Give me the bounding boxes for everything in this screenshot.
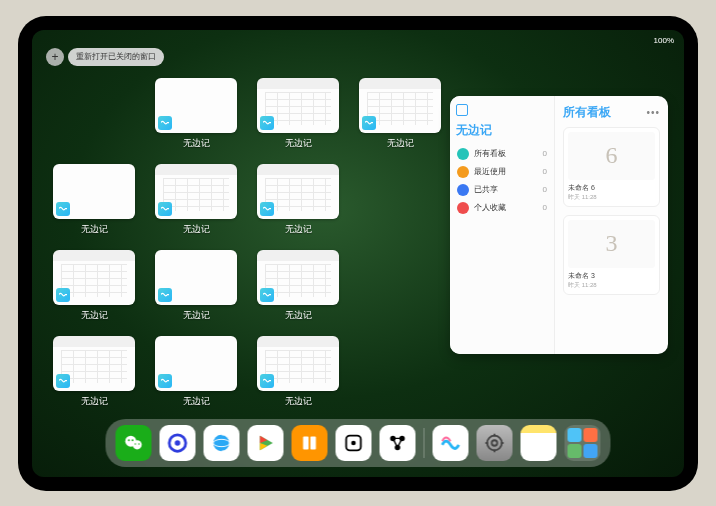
screen: 100% + 重新打开已关闭的窗口 无边记 无边记 无边记 无边记 bbox=[32, 30, 684, 477]
sidebar-item-all-boards[interactable]: 所有看板 0 bbox=[456, 145, 548, 163]
dock-app-notes[interactable] bbox=[521, 425, 557, 461]
svg-point-13 bbox=[351, 440, 356, 445]
board-preview-icon: 6 bbox=[568, 132, 655, 180]
dock-app-dice[interactable] bbox=[336, 425, 372, 461]
thumbnail-preview bbox=[53, 164, 135, 219]
thumbnail-label: 无边记 bbox=[81, 223, 108, 236]
window-thumbnail[interactable]: 无边记 bbox=[154, 164, 238, 236]
dock-recent-apps-cluster[interactable] bbox=[565, 425, 601, 461]
sidebar-item-shared[interactable]: 已共享 0 bbox=[456, 181, 548, 199]
app-switcher-grid: 无边记 无边记 无边记 无边记 无边记 无边记 bbox=[52, 78, 442, 408]
freeform-panel[interactable]: 无边记 所有看板 0 最近使用 0 已共享 0 个人收藏 bbox=[450, 96, 668, 354]
window-thumbnail[interactable]: 无边记 bbox=[256, 164, 340, 236]
books-icon bbox=[299, 432, 321, 454]
board-card[interactable]: 3 未命名 3 昨天 11:28 bbox=[563, 215, 660, 295]
window-thumbnail[interactable]: 无边记 bbox=[358, 78, 442, 150]
freeform-app-badge-icon bbox=[158, 202, 172, 216]
board-date: 昨天 11:28 bbox=[568, 281, 655, 290]
thumbnail-label: 无边记 bbox=[285, 223, 312, 236]
sidebar-nav-list: 所有看板 0 最近使用 0 已共享 0 个人收藏 0 bbox=[456, 145, 548, 217]
qqbrowser-icon bbox=[211, 432, 233, 454]
dock-separator bbox=[424, 428, 425, 458]
freeform-app-badge-icon bbox=[56, 202, 70, 216]
thumbnail-preview bbox=[155, 78, 237, 133]
svg-point-7 bbox=[175, 440, 181, 446]
panel-sidebar: 无边记 所有看板 0 最近使用 0 已共享 0 个人收藏 bbox=[450, 96, 555, 354]
svg-point-2 bbox=[128, 439, 130, 441]
thumbnail-label: 无边记 bbox=[81, 395, 108, 408]
dock-app-qqbrowser[interactable] bbox=[204, 425, 240, 461]
board-card[interactable]: 6 未命名 6 昨天 11:28 bbox=[563, 127, 660, 207]
panel-content: 所有看板 ••• 6 未命名 6 昨天 11:28 3 未命名 3 昨天 11:… bbox=[555, 96, 668, 354]
freeform-app-badge-icon bbox=[362, 116, 376, 130]
dice-icon bbox=[343, 432, 365, 454]
window-thumbnail[interactable]: 无边记 bbox=[154, 336, 238, 408]
board-date: 昨天 11:28 bbox=[568, 193, 655, 202]
thumbnail-preview bbox=[257, 164, 339, 219]
freeform-icon bbox=[440, 432, 462, 454]
svg-point-5 bbox=[138, 443, 139, 444]
freeform-app-badge-icon bbox=[260, 202, 274, 216]
board-name: 未命名 3 bbox=[568, 271, 655, 281]
more-options-button[interactable]: ••• bbox=[646, 107, 660, 118]
freeform-app-badge-icon bbox=[260, 116, 274, 130]
sidebar-item-recent[interactable]: 最近使用 0 bbox=[456, 163, 548, 181]
cluster-app-icon bbox=[568, 444, 582, 458]
dock-app-freeform[interactable] bbox=[433, 425, 469, 461]
window-thumbnail[interactable]: 无边记 bbox=[154, 250, 238, 322]
window-thumbnail[interactable]: 无边记 bbox=[52, 164, 136, 236]
panel-content-header: 所有看板 ••• bbox=[563, 104, 660, 121]
thumbnail-label: 无边记 bbox=[387, 137, 414, 150]
thumbnail-preview bbox=[155, 250, 237, 305]
status-bar: 100% bbox=[32, 34, 684, 48]
clock-icon bbox=[457, 166, 469, 178]
sidebar-item-count: 0 bbox=[543, 149, 547, 158]
new-window-button[interactable]: + bbox=[46, 48, 64, 66]
play-icon bbox=[255, 432, 277, 454]
cluster-app-icon bbox=[568, 428, 582, 442]
window-thumbnail[interactable]: 无边记 bbox=[256, 250, 340, 322]
dock-app-settings[interactable] bbox=[477, 425, 513, 461]
board-name: 未命名 6 bbox=[568, 183, 655, 193]
sidebar-item-label: 最近使用 bbox=[474, 166, 506, 177]
window-thumbnail[interactable]: 无边记 bbox=[256, 78, 340, 150]
dock-app-connect[interactable] bbox=[380, 425, 416, 461]
window-thumbnail[interactable]: 无边记 bbox=[52, 250, 136, 322]
ipad-device-frame: 100% + 重新打开已关闭的窗口 无边记 无边记 无边记 无边记 bbox=[18, 16, 698, 491]
window-thumbnail[interactable]: 无边记 bbox=[154, 78, 238, 150]
window-thumbnail[interactable]: 无边记 bbox=[52, 336, 136, 408]
freeform-app-badge-icon bbox=[158, 288, 172, 302]
thumbnail-label: 无边记 bbox=[81, 309, 108, 322]
svg-point-18 bbox=[492, 440, 498, 446]
svg-point-1 bbox=[133, 440, 142, 449]
content-title: 所有看板 bbox=[563, 104, 611, 121]
dock-app-wechat[interactable] bbox=[116, 425, 152, 461]
dock-app-play[interactable] bbox=[248, 425, 284, 461]
dock-app-books[interactable] bbox=[292, 425, 328, 461]
window-thumbnail[interactable]: 无边记 bbox=[256, 336, 340, 408]
sidebar-item-label: 已共享 bbox=[474, 184, 498, 195]
freeform-app-badge-icon bbox=[158, 116, 172, 130]
reopen-closed-window-button[interactable]: 重新打开已关闭的窗口 bbox=[68, 48, 164, 66]
board-preview-icon: 3 bbox=[568, 220, 655, 268]
sidebar-item-label: 所有看板 bbox=[474, 148, 506, 159]
thumbnail-preview bbox=[53, 336, 135, 391]
thumbnail-label: 无边记 bbox=[285, 137, 312, 150]
sidebar-toggle-icon[interactable] bbox=[456, 104, 468, 116]
thumbnail-label: 无边记 bbox=[183, 137, 210, 150]
dock-app-quark[interactable] bbox=[160, 425, 196, 461]
thumbnail-preview bbox=[155, 336, 237, 391]
svg-point-17 bbox=[487, 435, 502, 450]
sidebar-item-count: 0 bbox=[543, 167, 547, 176]
freeform-app-badge-icon bbox=[56, 374, 70, 388]
sidebar-item-count: 0 bbox=[543, 185, 547, 194]
thumbnail-preview bbox=[257, 78, 339, 133]
status-battery: 100% bbox=[654, 36, 674, 45]
svg-rect-11 bbox=[310, 436, 316, 449]
svg-point-3 bbox=[132, 439, 134, 441]
thumbnail-preview bbox=[257, 250, 339, 305]
connect-icon bbox=[387, 432, 409, 454]
sidebar-item-count: 0 bbox=[543, 203, 547, 212]
cluster-app-icon bbox=[584, 428, 598, 442]
sidebar-item-favorites[interactable]: 个人收藏 0 bbox=[456, 199, 548, 217]
